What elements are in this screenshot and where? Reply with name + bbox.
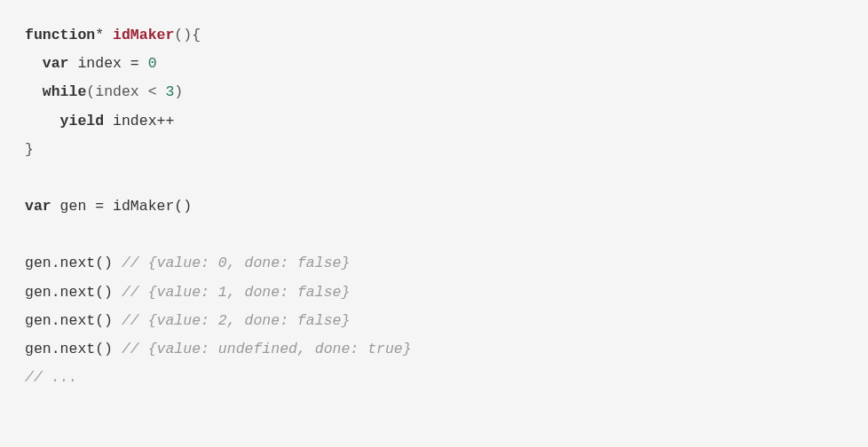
code-line: var index = 0 [25,55,157,72]
code-line: var gen = idMaker() [25,198,192,215]
code-text: gen = idMaker() [51,198,192,215]
code-text: index++ [104,113,174,129]
code-text: gen.next() [25,341,122,357]
keyword-var: var [43,55,69,72]
comment: // {value: 1, done: false} [122,284,350,301]
star-operator: * [95,27,113,43]
code-text: gen.next() [25,255,122,271]
parens: (index < [86,83,165,100]
indent [25,113,60,129]
code-text: gen.next() [25,312,122,329]
function-name: idMaker [113,27,174,43]
keyword-var: var [25,198,51,215]
comment: // {value: undefined, done: true} [122,341,412,357]
comment: // ... [25,369,77,386]
code-line: // ... [25,369,77,386]
code-line: while(index < 3) [25,83,183,100]
parens: (){ [174,27,201,43]
indent [25,55,43,72]
keyword-yield: yield [60,113,105,129]
code-line: function* idMaker(){ [25,27,201,43]
code-line: gen.next() // {value: 1, done: false} [25,284,350,301]
code-line: gen.next() // {value: 0, done: false} [25,255,350,271]
code-line: gen.next() // {value: undefined, done: t… [25,341,412,357]
code-line: gen.next() // {value: 2, done: false} [25,312,350,329]
number-literal: 0 [148,55,157,72]
parens: ) [174,83,183,100]
code-text: gen.next() [25,284,122,301]
code-line: } [25,141,34,158]
comment: // {value: 2, done: false} [122,312,350,329]
code-line: yield index++ [25,113,174,129]
keyword-while: while [43,83,87,100]
keyword-function: function [25,27,95,43]
number-literal: 3 [165,83,174,100]
closing-brace: } [25,141,34,158]
indent [25,83,43,100]
comment: // {value: 0, done: false} [122,255,350,271]
code-block: function* idMaker(){ var index = 0 while… [25,21,843,392]
code-text: index = [69,55,148,72]
